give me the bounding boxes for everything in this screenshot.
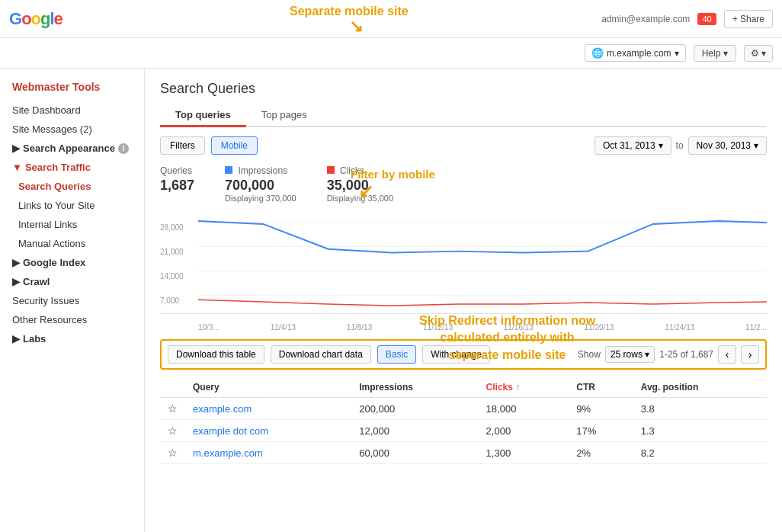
date-from-label: Oct 31, 2013	[603, 140, 655, 151]
stat-impressions: Impressions 700,000 Displaying 370,000	[225, 165, 296, 203]
y-label-2: 21,000	[160, 248, 194, 256]
help-button[interactable]: Help ▾	[694, 45, 736, 62]
star-cell-3[interactable]: ☆	[160, 442, 185, 464]
sidebar-item-search-appearance[interactable]: ▶ Search Appearance i	[0, 139, 144, 158]
main-layout: Webmaster Tools Site Dashboard Site Mess…	[0, 69, 782, 532]
settings-button[interactable]: ⚙ ▾	[744, 45, 773, 62]
rows-selector[interactable]: 25 rows ▾	[605, 346, 655, 363]
filter-left: Filters Mobile	[160, 136, 258, 155]
date-from-selector[interactable]: Oct 31, 2013 ▾	[595, 136, 671, 155]
next-page-button[interactable]: ›	[741, 345, 759, 364]
clicks-cell-3: 1,300	[479, 442, 569, 464]
top-right-actions: admin@example.com 40 + Share	[601, 10, 773, 28]
with-change-button[interactable]: With change	[422, 345, 490, 364]
query-cell-3[interactable]: m.example.com	[185, 442, 351, 464]
logo-g: G	[9, 9, 21, 28]
table-pagination: Show 25 rows ▾ 1-25 of 1,687 ‹ ›	[578, 345, 759, 364]
date-to-selector[interactable]: Nov 30, 2013 ▾	[688, 136, 767, 155]
date-to-label: Nov 30, 2013	[697, 140, 751, 151]
search-appearance-label: Search Appearance	[23, 143, 115, 154]
query-cell-2[interactable]: example dot com	[185, 420, 351, 442]
table-row: ☆ example.com 200,000 18,000 9% 3.8	[160, 398, 767, 420]
impressions-dot	[225, 166, 232, 174]
impressions-cell-1: 200,000	[351, 398, 478, 420]
to-label: to	[676, 140, 684, 151]
query-cell-1[interactable]: example.com	[185, 398, 351, 420]
sidebar-item-site-messages[interactable]: Site Messages (2)	[0, 120, 144, 139]
sidebar-item-search-queries[interactable]: Search Queries	[0, 177, 144, 196]
chart-x-labels: 10/3... 11/4/13 11/8/13 11/12/13 11/16/1…	[160, 323, 767, 332]
col-query[interactable]: Query	[185, 377, 351, 398]
impressions-sub: Displaying 370,000	[225, 194, 296, 203]
search-traffic-label: Search Traffic	[25, 162, 91, 173]
download-table-button[interactable]: Download this table	[168, 345, 264, 364]
col-clicks[interactable]: Clicks ↑	[479, 377, 569, 398]
avg-pos-cell-3: 8.2	[633, 442, 767, 464]
google-index-label: Google Index	[23, 257, 85, 268]
mobile-filter-button[interactable]: Mobile	[211, 136, 258, 155]
avg-pos-cell-2: 1.3	[633, 420, 767, 442]
settings-gear-icon: ⚙	[751, 48, 759, 59]
table-row: ☆ m.example.com 60,000 1,300 2% 8.2	[160, 442, 767, 464]
sidebar-item-site-dashboard[interactable]: Site Dashboard	[0, 101, 144, 120]
sidebar-item-google-index[interactable]: ▶ Google Index	[0, 253, 144, 272]
tab-top-pages[interactable]: Top pages	[246, 104, 322, 127]
tab-top-queries[interactable]: Top queries	[160, 104, 246, 127]
basic-button[interactable]: Basic	[377, 345, 416, 364]
impressions-cell-2: 12,000	[351, 420, 478, 442]
sidebar-item-internal-links[interactable]: Internal Links	[0, 215, 144, 234]
filter-row: Filters Mobile Oct 31, 2013 ▾ to Nov 30,…	[160, 136, 767, 155]
labs-label: Labs	[23, 333, 46, 345]
x-label-4: 11/16/13	[504, 323, 534, 332]
col-star	[160, 377, 185, 398]
sidebar-item-other-resources[interactable]: Other Resources	[0, 310, 144, 329]
star-cell-1[interactable]: ☆	[160, 398, 185, 420]
main-content: Filter by mobile ↙ Search Queries Top qu…	[145, 69, 782, 532]
dropdown-arrow-icon: ▾	[675, 48, 679, 59]
x-label-6: 11/24/13	[665, 323, 694, 332]
google-logo: Google	[9, 9, 62, 29]
table-header-row: Query Impressions Clicks ↑ CTR Avg. posi…	[160, 377, 767, 398]
col-avg-position[interactable]: Avg. position	[633, 377, 767, 398]
collapse-icon: ▼	[12, 162, 22, 173]
sidebar-item-security-issues[interactable]: Security Issues	[0, 291, 144, 310]
ctr-cell-1: 9%	[569, 398, 633, 420]
sub-header: 🌐 m.example.com ▾ Help ▾ ⚙ ▾	[0, 38, 782, 69]
impressions-value: 700,000	[225, 178, 296, 194]
y-label-3: 14,000	[160, 272, 194, 280]
sidebar-item-links-to-site[interactable]: Links to Your Site	[0, 196, 144, 215]
info-icon[interactable]: i	[118, 143, 129, 154]
expand-icon: ▶	[12, 143, 20, 154]
sidebar-item-crawl[interactable]: ▶ Crawl	[0, 272, 144, 291]
sidebar-item-labs[interactable]: ▶ Labs	[0, 329, 144, 348]
star-cell-2[interactable]: ☆	[160, 420, 185, 442]
show-label: Show	[578, 349, 601, 360]
data-table: Query Impressions Clicks ↑ CTR Avg. posi…	[160, 377, 767, 464]
site-selector[interactable]: 🌐 m.example.com ▾	[585, 44, 686, 62]
pagination-info: 1-25 of 1,687	[659, 349, 713, 360]
impressions-label: Impressions	[225, 165, 296, 176]
x-label-2: 11/8/13	[347, 323, 372, 332]
notification-button[interactable]: 40	[697, 13, 716, 25]
crawl-label: Crawl	[23, 276, 50, 287]
settings-dropdown-icon: ▾	[761, 48, 766, 59]
stats-row: Queries 1,687 Impressions 700,000 Displa…	[160, 165, 767, 203]
sidebar-item-manual-actions[interactable]: Manual Actions	[0, 234, 144, 253]
x-label-5: 11/20/13	[585, 323, 614, 332]
clicks-label: Clicks	[327, 165, 393, 176]
sidebar-item-search-traffic[interactable]: ▼ Search Traffic	[0, 158, 144, 177]
filters-button[interactable]: Filters	[160, 136, 205, 155]
chart-svg	[198, 215, 767, 313]
expand-icon4: ▶	[12, 333, 20, 345]
rows-value: 25 rows	[611, 349, 643, 360]
tabs-container: Top queries Top pages	[160, 104, 767, 127]
col-impressions[interactable]: Impressions	[351, 377, 478, 398]
ctr-cell-2: 17%	[569, 420, 633, 442]
clicks-sub: Displaying 35,000	[327, 194, 393, 203]
col-ctr[interactable]: CTR	[569, 377, 633, 398]
prev-page-button[interactable]: ‹	[718, 345, 736, 364]
date-to-arrow: ▾	[754, 140, 758, 151]
logo-o1: o	[21, 9, 30, 28]
share-button[interactable]: + Share	[724, 10, 773, 28]
download-chart-button[interactable]: Download chart data	[271, 345, 371, 364]
